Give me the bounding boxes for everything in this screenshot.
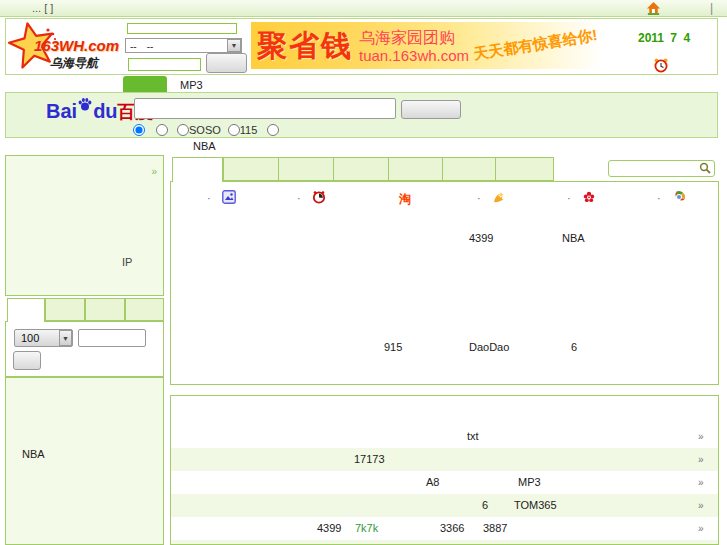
- sidebar-dropdown-value: 100: [21, 332, 39, 344]
- more-link[interactable]: »: [698, 517, 704, 540]
- list-link[interactable]: MP3: [518, 471, 541, 494]
- radio-engine-115[interactable]: [228, 124, 240, 136]
- main-tab-3[interactable]: [278, 157, 334, 181]
- link-4399[interactable]: 4399: [469, 232, 493, 244]
- list-link[interactable]: 17173: [354, 448, 385, 471]
- sidebar-dropdown[interactable]: 100 ▼: [14, 329, 73, 347]
- list-row: 4399 7k7k 3366 3887 »: [171, 517, 718, 540]
- site-logo[interactable]: 163WH.com 乌海导航: [8, 21, 122, 72]
- date-text: 2011 7 4: [638, 31, 690, 45]
- banner-url: tuan.163wh.com: [359, 47, 469, 64]
- banner-slogan: 天天都有惊喜给你!: [472, 25, 603, 64]
- baidu-logo-bai: Bai: [46, 100, 77, 122]
- banner-title: 聚省钱: [257, 26, 353, 67]
- main-tab-6[interactable]: [442, 157, 496, 181]
- login-password-input[interactable]: [128, 58, 201, 71]
- dot-separator: ·: [477, 192, 481, 204]
- dropdown-arrow-icon[interactable]: ▼: [227, 39, 241, 52]
- top-bar: ... [ ] |: [0, 0, 727, 17]
- sidebar-text-input[interactable]: [78, 329, 146, 347]
- alarm-clock-icon[interactable]: [653, 57, 669, 73]
- login-dropdown-value: -- --: [130, 40, 153, 54]
- sidebar-form: 100 ▼: [5, 321, 164, 377]
- main-tab-5[interactable]: [388, 157, 443, 181]
- list-link[interactable]: 6: [482, 494, 488, 517]
- link-daodao[interactable]: DaoDao: [469, 341, 509, 353]
- baidu-paw-icon: [77, 102, 93, 114]
- sidebar-tab-1[interactable]: [7, 298, 45, 322]
- banner-line1: 乌海家园团购: [359, 28, 455, 49]
- more-link[interactable]: »: [698, 425, 704, 448]
- search-button[interactable]: [401, 100, 461, 119]
- main-tab-1[interactable]: [172, 157, 223, 182]
- list-row: A8 MP3 »: [171, 471, 718, 494]
- taobao-site-icon[interactable]: 淘: [399, 191, 411, 208]
- engine-tab-mp3[interactable]: MP3: [180, 79, 203, 91]
- list-link[interactable]: TOM365: [514, 494, 557, 517]
- list-link[interactable]: 3366: [440, 517, 464, 540]
- banner-ad[interactable]: 聚省钱 乌海家园团购 tuan.163wh.com 天天都有惊喜给你!: [251, 22, 603, 69]
- topbar-separator: |: [710, 1, 713, 15]
- hot-word-nba[interactable]: NBA: [193, 140, 216, 152]
- main-panel-top: · · 淘 · ·: [170, 181, 719, 385]
- sidebar-nba-link[interactable]: NBA: [22, 448, 45, 460]
- dot-separator: ·: [657, 192, 661, 204]
- main-panel-list: txt » 17173 » A8 MP3 » 6 TOM365 » 4399 7…: [170, 395, 719, 545]
- main-tab-2[interactable]: [223, 157, 279, 181]
- more-link[interactable]: »: [698, 471, 704, 494]
- list-row: 17173 »: [171, 448, 718, 471]
- list-link-highlighted[interactable]: 7k7k: [355, 517, 378, 540]
- login-dropdown[interactable]: -- -- ▼: [125, 38, 242, 53]
- list-link[interactable]: 3887: [483, 517, 507, 540]
- page: ... [ ] | 163WH.com 乌海导航: [0, 0, 727, 545]
- topbar-text[interactable]: ... [ ]: [32, 2, 53, 14]
- link-6[interactable]: 6: [571, 341, 577, 353]
- date-area: 2011 7 4: [603, 21, 717, 73]
- baidu-logo-du: du: [93, 100, 117, 122]
- sidebar-tab-4[interactable]: [125, 298, 164, 321]
- main-tab-7[interactable]: [495, 157, 554, 181]
- radio-engine-2[interactable]: [156, 124, 168, 136]
- sidebar-tab-3[interactable]: [85, 298, 125, 321]
- radio-engine-soso[interactable]: [177, 124, 189, 136]
- list-link[interactable]: A8: [426, 471, 439, 494]
- sidebar-ip-link[interactable]: IP: [122, 256, 132, 268]
- spark-site-icon[interactable]: [492, 190, 506, 204]
- link-915[interactable]: 915: [384, 341, 402, 353]
- header: 163WH.com 乌海导航 -- -- ▼ 聚省钱 乌海家园团购 tuan.1…: [5, 18, 718, 75]
- browser-site-icon[interactable]: [672, 190, 686, 204]
- list-link[interactable]: 4399: [317, 517, 341, 540]
- list-link[interactable]: txt: [467, 425, 479, 448]
- home-icon[interactable]: [646, 1, 661, 16]
- radio-engine-5[interactable]: [267, 124, 279, 136]
- search-section: Bai du百度 SOSO 115: [5, 92, 718, 138]
- link-nba[interactable]: NBA: [562, 232, 585, 244]
- site-logo-name: 163WH.com: [34, 37, 119, 54]
- flower-site-icon[interactable]: [582, 190, 596, 204]
- sidebar-panel-bottom: NBA: [5, 377, 164, 545]
- sidebar-more-link[interactable]: »: [151, 166, 157, 177]
- clock-site-icon[interactable]: [312, 190, 326, 204]
- more-link[interactable]: »: [698, 494, 704, 517]
- search-icon[interactable]: [699, 162, 712, 175]
- radio-label-115[interactable]: 115: [240, 124, 258, 136]
- list-row: 6 TOM365 »: [171, 494, 718, 517]
- search-engine-radios: SOSO 115: [126, 123, 279, 137]
- site-logo-subtitle: 乌海导航: [50, 55, 98, 72]
- radio-label-soso[interactable]: SOSO: [189, 124, 221, 136]
- dot-separator: ·: [207, 192, 211, 204]
- sidebar-panel-top: » IP: [5, 155, 164, 296]
- search-input[interactable]: [134, 98, 396, 119]
- radio-engine-1[interactable]: [133, 124, 145, 136]
- sidebar-tab-2[interactable]: [45, 298, 85, 321]
- main-tab-4[interactable]: [333, 157, 389, 181]
- list-row: txt »: [171, 425, 718, 448]
- picture-site-icon[interactable]: [222, 190, 236, 204]
- login-username-input[interactable]: [127, 23, 237, 34]
- sidebar-submit-button[interactable]: [13, 351, 41, 370]
- engine-tab-active[interactable]: [123, 76, 167, 92]
- dropdown-arrow-icon[interactable]: ▼: [59, 330, 72, 346]
- login-button[interactable]: [206, 53, 247, 73]
- more-link[interactable]: »: [698, 448, 704, 471]
- dot-separator: ·: [567, 192, 571, 204]
